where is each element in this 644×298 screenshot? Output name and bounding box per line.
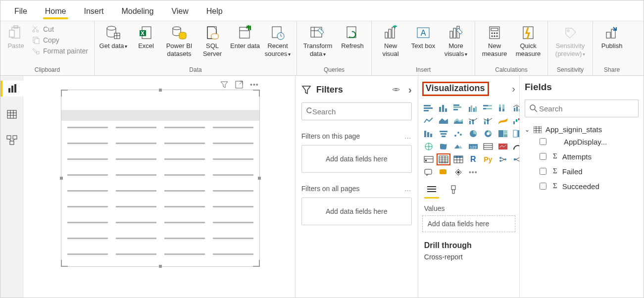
viz-funnel[interactable] xyxy=(437,128,450,139)
enter-data-button[interactable]: Enter data xyxy=(229,23,261,51)
field-failed[interactable]: ΣFailed xyxy=(525,163,639,178)
viz-100-column[interactable] xyxy=(496,102,509,113)
filter-icon[interactable] xyxy=(220,81,228,89)
viz-funnel-hz[interactable] xyxy=(422,128,435,139)
resize-handle-b[interactable] xyxy=(159,265,162,268)
menu-home[interactable]: Home xyxy=(36,3,75,19)
fields-search[interactable] xyxy=(525,99,639,117)
viz-more[interactable]: ••• xyxy=(467,167,480,178)
viz-azure-map[interactable] xyxy=(452,141,465,152)
viz-donut[interactable] xyxy=(482,128,495,139)
quick-measure-button[interactable]: Quick measure xyxy=(512,23,545,58)
field-appdisplay-checkbox[interactable] xyxy=(540,138,546,145)
cut-button[interactable]: Cut xyxy=(29,24,91,34)
menu-insert[interactable]: Insert xyxy=(75,3,112,19)
viz-column-line[interactable] xyxy=(511,102,519,113)
recent-sources-button[interactable]: Recent sources▾ xyxy=(262,23,294,58)
field-table-header[interactable]: ⌄ App_signin_stats xyxy=(525,125,639,134)
focus-mode-icon[interactable] xyxy=(235,81,243,89)
sql-server-button[interactable]: SQL Server xyxy=(197,23,228,58)
viz-python[interactable]: Py xyxy=(482,154,495,165)
collapse-filters-icon[interactable]: › xyxy=(408,86,412,93)
viz-gauge[interactable] xyxy=(511,141,519,152)
viz-map[interactable] xyxy=(422,141,435,152)
menu-modeling[interactable]: Modeling xyxy=(112,3,162,19)
viz-multi-card[interactable] xyxy=(482,141,495,152)
viz-narrative[interactable] xyxy=(437,167,450,178)
nav-report[interactable] xyxy=(0,81,23,97)
viz-stacked-column[interactable] xyxy=(437,102,450,113)
viz-filled-map[interactable] xyxy=(437,141,450,152)
paste-button[interactable]: Paste xyxy=(3,23,28,51)
viz-tab-fields[interactable] xyxy=(424,184,439,196)
more-visuals-button[interactable]: More visuals▾ xyxy=(440,23,472,58)
field-attempts[interactable]: ΣAttempts xyxy=(525,149,639,163)
viz-area[interactable] xyxy=(437,115,450,126)
field-attempts-checkbox[interactable] xyxy=(540,153,546,160)
viz-scatter[interactable] xyxy=(452,128,465,139)
viz-treemap[interactable] xyxy=(496,128,509,139)
new-visual-button[interactable]: New visual xyxy=(375,23,406,58)
menu-help[interactable]: Help xyxy=(198,3,232,19)
publish-button[interactable]: Publish xyxy=(596,23,628,51)
resize-handle-t[interactable] xyxy=(159,89,162,92)
filters-search[interactable] xyxy=(301,102,412,120)
report-canvas[interactable]: ••• xyxy=(23,76,295,298)
viz-waterfall[interactable] xyxy=(511,115,519,126)
viz-stacked-area[interactable] xyxy=(452,115,465,126)
viz-line-clustered[interactable] xyxy=(467,115,480,126)
nav-data[interactable] xyxy=(0,106,23,122)
filters-search-input[interactable] xyxy=(311,107,407,116)
viz-table[interactable] xyxy=(437,154,450,165)
pbi-datasets-button[interactable]: Power BI datasets xyxy=(163,23,196,58)
menu-view[interactable]: View xyxy=(162,3,197,19)
viz-kpi[interactable] xyxy=(496,141,509,152)
resize-handle-l[interactable] xyxy=(60,177,63,180)
new-measure-button[interactable]: New measure xyxy=(478,23,511,58)
viz-line[interactable] xyxy=(422,115,435,126)
text-box-button[interactable]: AText box xyxy=(407,23,439,51)
resize-handle-r[interactable] xyxy=(258,177,261,180)
format-painter-button[interactable]: Format painter xyxy=(29,46,91,56)
viz-matrix[interactable] xyxy=(452,154,465,165)
field-succeeded[interactable]: ΣSucceeded xyxy=(525,178,639,193)
visual-more-icon[interactable]: ••• xyxy=(250,81,259,89)
filters-page-dropzone[interactable]: Add data fields here xyxy=(301,145,412,173)
viz-card[interactable]: 123 xyxy=(467,141,480,152)
values-dropzone[interactable]: Add data fields here xyxy=(422,215,515,232)
get-data-button[interactable]: Get data▾ xyxy=(98,23,129,51)
sensitivity-button[interactable]: Sensitivity (preview)▾ xyxy=(551,23,590,58)
viz-map-combo[interactable] xyxy=(511,128,519,139)
excel-button[interactable]: XExcel xyxy=(130,23,162,51)
viz-tab-format[interactable] xyxy=(446,184,461,196)
copy-button[interactable]: Copy xyxy=(29,35,91,45)
viz-qa[interactable] xyxy=(422,167,435,178)
resize-handle-tl[interactable] xyxy=(61,90,68,97)
visual-placeholder[interactable] xyxy=(61,90,260,267)
viz-pie[interactable] xyxy=(467,128,480,139)
viz-decomposition[interactable] xyxy=(511,154,519,165)
collapse-viz-icon[interactable]: › xyxy=(512,83,515,95)
viz-ribbon[interactable] xyxy=(496,115,509,126)
viz-arcgis[interactable] xyxy=(452,167,465,178)
field-failed-checkbox[interactable] xyxy=(540,168,546,175)
fields-search-input[interactable] xyxy=(538,104,634,113)
filters-all-dropzone[interactable]: Add data fields here xyxy=(301,198,412,225)
viz-clustered-bar[interactable] xyxy=(452,102,465,113)
viz-key-influencers[interactable] xyxy=(496,154,509,165)
field-succeeded-checkbox[interactable] xyxy=(540,183,546,190)
filters-page-more-icon[interactable]: … xyxy=(404,132,412,140)
show-filters-icon[interactable] xyxy=(392,86,400,93)
menu-file[interactable]: File xyxy=(5,3,36,19)
nav-model[interactable] xyxy=(0,132,23,148)
viz-line-stacked[interactable] xyxy=(482,115,495,126)
field-appdisplay[interactable]: AppDisplay... xyxy=(525,134,639,149)
viz-clustered-column[interactable] xyxy=(467,102,480,113)
transform-data-button[interactable]: Transform data▾ xyxy=(300,23,336,58)
resize-handle-tr[interactable] xyxy=(253,90,260,97)
viz-100-bar[interactable] xyxy=(482,102,495,113)
viz-slicer[interactable] xyxy=(422,154,435,165)
resize-handle-br[interactable] xyxy=(253,260,260,267)
viz-stacked-bar[interactable] xyxy=(422,102,435,113)
filters-all-more-icon[interactable]: … xyxy=(404,185,412,193)
